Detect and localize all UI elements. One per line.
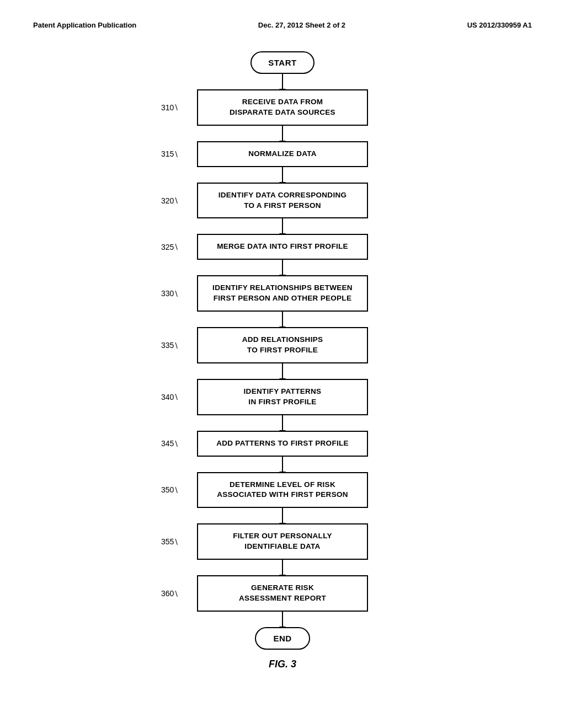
header-right: US 2012/330959 A1 bbox=[467, 21, 532, 29]
label-335: 335∖ bbox=[161, 341, 178, 349]
end-wrapper: END bbox=[145, 627, 420, 650]
node-315: NORMALIZE DATA bbox=[197, 141, 368, 167]
node-360: GENERATE RISKASSESSMENT REPORT bbox=[197, 575, 368, 612]
step-345-wrapper: 345∖ ADD PATTERNS TO FIRST PROFILE bbox=[145, 431, 420, 457]
arrow-1 bbox=[282, 74, 283, 89]
step-340-wrapper: 340∖ IDENTIFY PATTERNSIN FIRST PROFILE bbox=[145, 379, 420, 415]
node-340: IDENTIFY PATTERNSIN FIRST PROFILE bbox=[197, 379, 368, 415]
arrow-7 bbox=[282, 363, 283, 379]
label-350: 350∖ bbox=[161, 486, 178, 494]
label-345: 345∖ bbox=[161, 440, 178, 447]
node-310: RECEIVE DATA FROMDISPARATE DATA SOURCES bbox=[197, 89, 368, 126]
node-325: MERGE DATA INTO FIRST PROFILE bbox=[197, 234, 368, 260]
arrow-3 bbox=[282, 167, 283, 183]
arrow-2 bbox=[282, 126, 283, 141]
node-335: ADD RELATIONSHIPSTO FIRST PROFILE bbox=[197, 327, 368, 363]
node-320: IDENTIFY DATA CORRESPONDINGTO A FIRST PE… bbox=[197, 183, 368, 219]
flowchart-column: START 310∖ RECEIVE DATA FROMDISPARATE DA… bbox=[145, 51, 420, 650]
arrow-8 bbox=[282, 415, 283, 431]
header-left: Patent Application Publication bbox=[33, 21, 136, 29]
label-325: 325∖ bbox=[161, 243, 178, 251]
label-330: 330∖ bbox=[161, 290, 178, 297]
step-325-wrapper: 325∖ MERGE DATA INTO FIRST PROFILE bbox=[145, 234, 420, 260]
step-330-wrapper: 330∖ IDENTIFY RELATIONSHIPS BETWEENFIRST… bbox=[145, 275, 420, 312]
arrow-4 bbox=[282, 218, 283, 234]
arrow-9 bbox=[282, 457, 283, 472]
arrow-12 bbox=[282, 612, 283, 627]
node-355: FILTER OUT PERSONALLYIDENTIFIABLE DATA bbox=[197, 523, 368, 560]
start-wrapper: START bbox=[145, 51, 420, 74]
step-355-wrapper: 355∖ FILTER OUT PERSONALLYIDENTIFIABLE D… bbox=[145, 523, 420, 560]
step-315-wrapper: 315∖ NORMALIZE DATA bbox=[145, 141, 420, 167]
label-340: 340∖ bbox=[161, 393, 178, 401]
label-320: 320∖ bbox=[161, 197, 178, 205]
label-355: 355∖ bbox=[161, 538, 178, 545]
label-315: 315∖ bbox=[161, 150, 178, 158]
arrow-6 bbox=[282, 312, 283, 327]
arrow-5 bbox=[282, 260, 283, 275]
figure-caption: FIG. 3 bbox=[269, 659, 296, 670]
step-360-wrapper: 360∖ GENERATE RISKASSESSMENT REPORT bbox=[145, 575, 420, 612]
step-350-wrapper: 350∖ DETERMINE LEVEL OF RISKASSOCIATED W… bbox=[145, 472, 420, 508]
flowchart: START 310∖ RECEIVE DATA FROMDISPARATE DA… bbox=[0, 35, 565, 670]
end-node: END bbox=[255, 627, 310, 650]
step-310-wrapper: 310∖ RECEIVE DATA FROMDISPARATE DATA SOU… bbox=[145, 89, 420, 126]
node-345: ADD PATTERNS TO FIRST PROFILE bbox=[197, 431, 368, 457]
start-node: START bbox=[250, 51, 314, 74]
step-320-wrapper: 320∖ IDENTIFY DATA CORRESPONDINGTO A FIR… bbox=[145, 183, 420, 219]
arrow-10 bbox=[282, 508, 283, 523]
header-middle: Dec. 27, 2012 Sheet 2 of 2 bbox=[258, 21, 345, 29]
step-335-wrapper: 335∖ ADD RELATIONSHIPSTO FIRST PROFILE bbox=[145, 327, 420, 363]
node-330: IDENTIFY RELATIONSHIPS BETWEENFIRST PERS… bbox=[197, 275, 368, 312]
node-350: DETERMINE LEVEL OF RISKASSOCIATED WITH F… bbox=[197, 472, 368, 508]
label-360: 360∖ bbox=[161, 590, 178, 597]
page: Patent Application Publication Dec. 27, … bbox=[0, 0, 565, 728]
arrow-11 bbox=[282, 560, 283, 575]
label-310: 310∖ bbox=[161, 104, 178, 111]
page-header: Patent Application Publication Dec. 27, … bbox=[0, 11, 565, 35]
